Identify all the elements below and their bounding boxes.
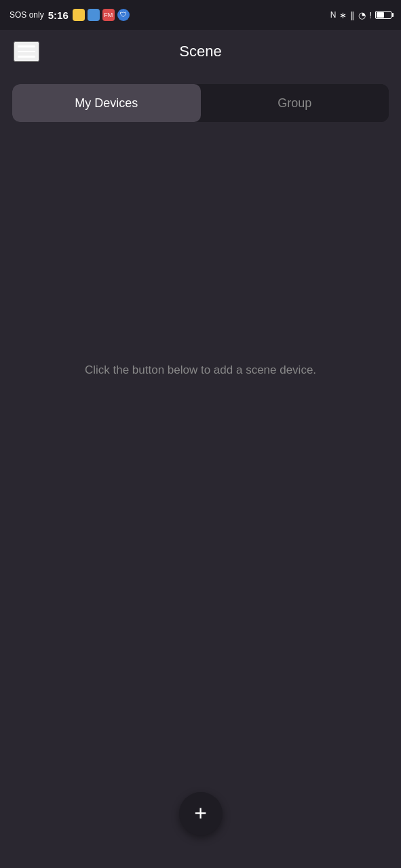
plus-icon: + xyxy=(194,802,207,824)
main-content: Click the button below to add a scene de… xyxy=(0,133,401,608)
add-scene-device-button[interactable]: + xyxy=(179,792,223,835)
header: Scene xyxy=(0,30,401,73)
battery-icon xyxy=(375,11,392,19)
tab-my-devices[interactable]: My Devices xyxy=(12,84,201,122)
page-title: Scene xyxy=(179,43,221,60)
tab-switcher: My Devices Group xyxy=(12,84,389,122)
nfc-icon: N xyxy=(330,10,337,20)
wifi-icon: ◔ xyxy=(358,10,366,20)
status-app-icons: FM 🛡 xyxy=(73,9,130,21)
tab-group[interactable]: Group xyxy=(201,84,389,122)
app-icon-3: FM xyxy=(102,9,115,21)
fab-container: + xyxy=(179,792,223,835)
app-icon-4: 🛡 xyxy=(117,9,130,21)
status-left: SOS only 5:16 FM 🛡 xyxy=(9,9,130,21)
status-right-icons: N ∗ ‖ ◔ ! xyxy=(330,10,392,20)
sos-label: SOS only xyxy=(9,10,44,20)
hamburger-line-2 xyxy=(18,51,35,53)
hamburger-line-3 xyxy=(18,56,35,58)
hamburger-line-1 xyxy=(18,45,35,47)
status-bar: SOS only 5:16 FM 🛡 N ∗ ‖ ◔ ! xyxy=(0,0,401,30)
app-icon-2 xyxy=(88,9,100,21)
alert-icon: ! xyxy=(369,10,372,20)
empty-state-message: Click the button below to add a scene de… xyxy=(0,350,401,391)
menu-button[interactable] xyxy=(14,41,39,62)
vibrate-icon: ‖ xyxy=(350,10,355,20)
status-time: 5:16 xyxy=(48,9,69,21)
app-icon-1 xyxy=(73,9,85,21)
bluetooth-icon: ∗ xyxy=(339,10,347,20)
